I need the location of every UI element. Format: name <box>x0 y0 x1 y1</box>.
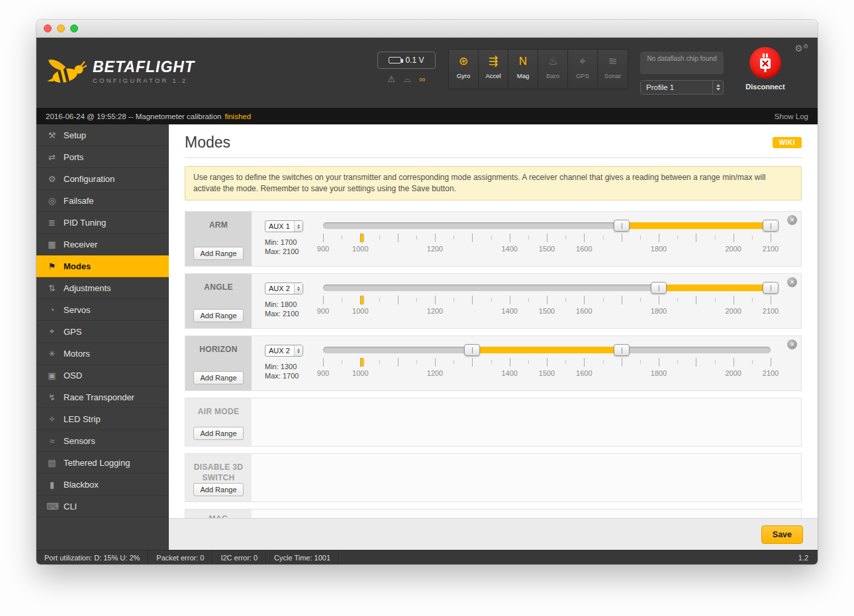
mode-header: ANGLEAdd Range <box>185 274 252 328</box>
sidebar-item-failsafe[interactable]: ◎Failsafe <box>36 190 169 212</box>
sidebar-item-adjustments[interactable]: ⇅Adjustments <box>36 277 169 299</box>
slider-handle-max[interactable] <box>614 344 630 356</box>
add-range-button[interactable]: Add Range <box>193 483 243 496</box>
minimize-window-button[interactable] <box>57 24 65 32</box>
sidebar-item-ports[interactable]: ⇄Ports <box>36 146 169 168</box>
status-segment: I2C error: 0 <box>213 550 266 564</box>
mode-name: AIR MODE <box>198 407 239 418</box>
add-range-button[interactable]: Add Range <box>193 247 243 260</box>
scale-label: 900 <box>317 369 329 377</box>
slider-handle-min[interactable] <box>651 282 667 294</box>
window-titlebar <box>36 20 818 38</box>
sidebar-item-receiver[interactable]: ▦Receiver <box>36 234 169 255</box>
add-range-button[interactable]: Add Range <box>193 309 243 322</box>
sidebar-item-label: Tethered Logging <box>64 458 130 468</box>
dataflash-notice: No dataflash chip found <box>640 52 724 74</box>
scale-tick <box>677 236 678 240</box>
scale-tick <box>472 296 473 304</box>
slider-range-fill <box>659 285 771 291</box>
zoom-window-button[interactable] <box>70 24 78 32</box>
scale-tick <box>435 358 436 367</box>
sensors-icon: ≈ <box>46 436 58 446</box>
sidebar-item-configuration[interactable]: ⚙Configuration <box>36 168 169 190</box>
disconnect-button[interactable]: Disconnect <box>742 47 788 91</box>
slider-scale: 90010001200140015001600180020002100 <box>323 358 771 387</box>
slider-handle-max[interactable] <box>763 282 779 294</box>
scale-tick <box>453 298 454 302</box>
scale-tick <box>510 234 510 242</box>
scale-tick <box>510 296 510 304</box>
scale-tick <box>659 296 659 304</box>
add-range-button[interactable]: Add Range <box>193 371 243 384</box>
scale-tick <box>640 360 641 364</box>
range-max-label: Max: 2100 <box>265 247 323 255</box>
slider-handle-min[interactable] <box>464 344 480 356</box>
scale-tick <box>510 358 510 367</box>
gps-icon: ⌖ <box>46 326 58 337</box>
sidebar-item-blackbox[interactable]: ▮Blackbox <box>36 474 169 496</box>
sidebar-item-tethered-logging[interactable]: ▤Tethered Logging <box>36 452 169 474</box>
delete-range-button[interactable]: ✕ <box>787 339 797 349</box>
save-button[interactable]: Save <box>761 525 803 544</box>
slider-track[interactable] <box>323 347 771 353</box>
range-slider-area: 90010001200140015001600180020002100 <box>323 283 771 326</box>
sidebar-item-modes[interactable]: ⚑Modes <box>36 255 169 277</box>
sensor-gyro: ⊛Gyro <box>449 50 479 89</box>
mode-header: MAGAdd Range <box>185 509 252 518</box>
channel-value-marker <box>361 358 364 367</box>
sidebar-item-label: PID Tuning <box>64 218 106 228</box>
sidebar-item-label: Servos <box>64 305 90 315</box>
scale-tick <box>528 360 529 364</box>
aux-channel-select[interactable]: AUX 2 <box>265 345 303 357</box>
stepper-arrows-icon <box>712 81 723 94</box>
mode-row-angle: ANGLEAdd RangeAUX 2Min: 1800Max: 2100900… <box>185 273 802 329</box>
sonar-icon: ≋ <box>608 56 617 67</box>
profile-select[interactable]: Profile 1 <box>640 80 724 95</box>
signal-icon: ⌓ <box>404 74 410 85</box>
scale-tick <box>323 358 324 367</box>
close-window-button[interactable] <box>44 24 52 32</box>
mode-name: ARM <box>209 220 228 231</box>
mode-row-disable-3d-switch: DISABLE 3D SWITCHAdd Range <box>185 453 802 502</box>
scale-tick <box>435 234 436 242</box>
mode-controls: AUX 2Min: 1300Max: 1700 <box>265 345 323 388</box>
mode-controls: AUX 1Min: 1700Max: 2100 <box>265 220 323 263</box>
aux-channel-select[interactable]: AUX 2 <box>265 283 303 294</box>
sensor-label: GPS <box>576 72 589 79</box>
add-range-button[interactable]: Add Range <box>193 427 243 440</box>
mode-row-air-mode: AIR MODEAdd Range <box>185 398 802 447</box>
sidebar-item-setup[interactable]: ⚒Setup <box>36 124 169 146</box>
slider-handle-min[interactable] <box>614 220 630 232</box>
scale-label: 2100 <box>763 307 779 315</box>
scale-tick <box>565 236 566 240</box>
range-max-label: Max: 2100 <box>265 310 323 318</box>
slider-track[interactable] <box>323 285 771 291</box>
mode-row-mag: MAGAdd Range <box>185 509 802 518</box>
info-note: Use ranges to define the switches on you… <box>185 166 802 200</box>
sidebar-item-sensors[interactable]: ≈Sensors <box>36 430 169 452</box>
sidebar-item-motors[interactable]: ✳Motors <box>36 343 169 365</box>
scale-label: 1800 <box>651 307 667 315</box>
sidebar-item-servos[interactable]: ◔Servos <box>36 299 169 321</box>
sidebar-item-pid-tuning[interactable]: ≣PID Tuning <box>36 212 169 234</box>
sidebar-item-gps[interactable]: ⌖GPS <box>36 321 169 343</box>
scale-label: 1200 <box>427 307 443 315</box>
mode-header: HORIZONAdd Range <box>185 336 252 390</box>
content-scroll-area: Modes WIKI Use ranges to define the swit… <box>169 124 818 518</box>
show-log-button[interactable]: Show Log <box>775 112 808 120</box>
sidebar-item-race-transponder[interactable]: ↯Race Transponder <box>36 386 169 408</box>
scale-label: 1400 <box>501 307 517 315</box>
settings-gear-icon[interactable]: ⚙⚙ <box>794 43 808 54</box>
mode-row-horizon: HORIZONAdd RangeAUX 2Min: 1300Max: 17009… <box>185 335 802 391</box>
slider-handle-max[interactable] <box>763 220 779 232</box>
sensor-label: Gyro <box>457 72 471 79</box>
slider-track[interactable] <box>323 222 771 229</box>
mode-name: DISABLE 3D SWITCH <box>188 462 249 483</box>
sidebar-item-osd[interactable]: ▣OSD <box>36 365 169 386</box>
wiki-button[interactable]: WIKI <box>773 137 802 148</box>
delete-range-button[interactable]: ✕ <box>787 215 797 225</box>
delete-range-button[interactable]: ✕ <box>787 277 797 287</box>
aux-channel-select[interactable]: AUX 1 <box>265 220 303 232</box>
sidebar-item-led-strip[interactable]: ✧LED Strip <box>36 408 169 430</box>
sidebar-item-cli[interactable]: ⌨CLI <box>36 496 169 517</box>
